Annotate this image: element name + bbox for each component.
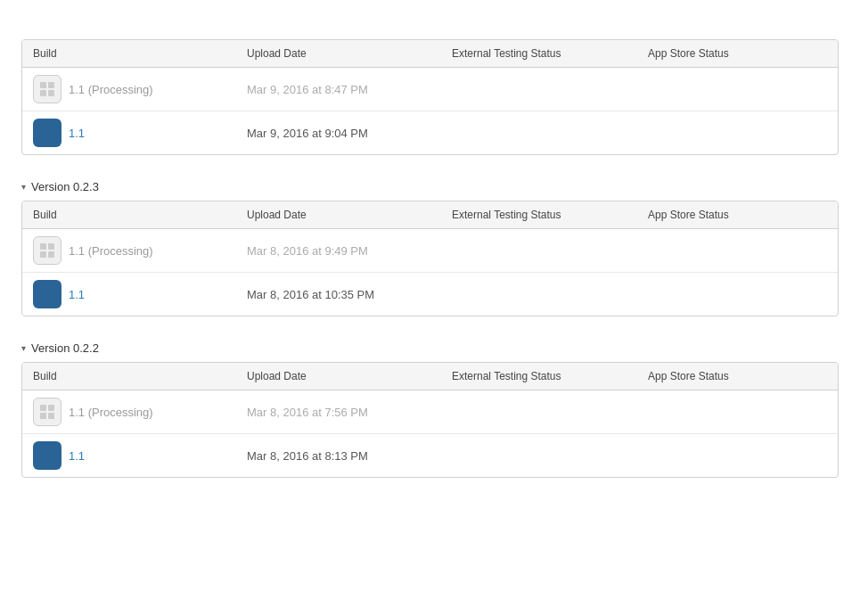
app-icon xyxy=(33,398,61,426)
app-icon xyxy=(33,280,61,308)
external-testing-status xyxy=(441,111,637,155)
col-header-build: Build xyxy=(22,201,236,229)
app-icon xyxy=(33,441,61,470)
table-row: 1.1 (Processing)Mar 8, 2016 at 9:49 PM xyxy=(22,229,838,273)
svg-rect-8 xyxy=(40,405,46,411)
svg-rect-6 xyxy=(40,251,46,258)
table-wrap-version-0.2.3: BuildUpload DateExternal Testing StatusA… xyxy=(21,201,839,316)
section-version-0.2.3: ▾ Version 0.2.3BuildUpload DateExternal … xyxy=(21,180,839,316)
section-version-0.2.2: ▾ Version 0.2.2BuildUpload DateExternal … xyxy=(21,341,839,478)
svg-rect-0 xyxy=(40,82,46,88)
app-icon xyxy=(33,119,61,147)
build-number: 1.1 (Processing) xyxy=(69,83,153,96)
build-number: 1.1 (Processing) xyxy=(69,244,153,258)
svg-rect-5 xyxy=(48,243,54,250)
col-header-upload-date: Upload Date xyxy=(236,201,441,229)
section-no-version: BuildUpload DateExternal Testing StatusA… xyxy=(21,39,839,155)
col-header-app-store-status: App Store Status xyxy=(637,40,838,68)
app-store-status xyxy=(637,434,838,478)
build-number: 1.1 (Processing) xyxy=(69,406,153,419)
upload-date: Mar 9, 2016 at 9:04 PM xyxy=(236,111,441,155)
app-store-status xyxy=(637,273,838,316)
upload-date: Mar 8, 2016 at 10:35 PM xyxy=(236,273,441,316)
app-store-status xyxy=(637,229,838,273)
app-icon xyxy=(33,236,61,265)
svg-rect-9 xyxy=(48,405,54,411)
table-row: 1.1Mar 8, 2016 at 8:13 PM xyxy=(22,434,838,478)
external-testing-status xyxy=(441,229,637,273)
col-header-external-testing-status: External Testing Status xyxy=(441,201,637,229)
svg-rect-1 xyxy=(48,82,54,88)
col-header-app-store-status: App Store Status xyxy=(637,201,838,229)
external-testing-status xyxy=(441,434,637,478)
section-header-version-0.2.3[interactable]: ▾ Version 0.2.3 xyxy=(21,180,839,193)
app-store-status xyxy=(637,390,838,434)
external-testing-status xyxy=(441,68,637,111)
table-wrap-no-version: BuildUpload DateExternal Testing StatusA… xyxy=(21,39,839,155)
external-testing-status xyxy=(441,273,637,316)
build-number-link[interactable]: 1.1 xyxy=(69,449,85,463)
upload-date: Mar 9, 2016 at 8:47 PM xyxy=(236,68,441,111)
external-testing-status xyxy=(441,390,637,434)
col-header-external-testing-status: External Testing Status xyxy=(441,363,637,390)
upload-date: Mar 8, 2016 at 7:56 PM xyxy=(236,390,441,434)
svg-rect-3 xyxy=(48,90,54,96)
app-store-status xyxy=(637,111,838,155)
section-title: Version 0.2.2 xyxy=(31,341,99,355)
col-header-app-store-status: App Store Status xyxy=(637,363,838,390)
svg-rect-4 xyxy=(40,243,46,250)
app-store-status xyxy=(637,68,838,111)
build-number-link[interactable]: 1.1 xyxy=(69,288,85,301)
col-header-upload-date: Upload Date xyxy=(236,363,441,390)
build-number-link[interactable]: 1.1 xyxy=(69,127,85,140)
section-title: Version 0.2.3 xyxy=(31,180,99,193)
col-header-upload-date: Upload Date xyxy=(236,40,441,68)
col-header-build: Build xyxy=(22,363,236,390)
svg-rect-7 xyxy=(48,251,54,258)
col-header-build: Build xyxy=(22,40,236,68)
upload-date: Mar 8, 2016 at 8:13 PM xyxy=(236,434,441,478)
upload-date: Mar 8, 2016 at 9:49 PM xyxy=(236,229,441,273)
col-header-external-testing-status: External Testing Status xyxy=(441,40,637,68)
table-row: 1.1 (Processing)Mar 8, 2016 at 7:56 PM xyxy=(22,390,838,434)
chevron-down-icon: ▾ xyxy=(21,343,26,353)
svg-rect-2 xyxy=(40,90,46,96)
table-row: 1.1 (Processing)Mar 9, 2016 at 8:47 PM xyxy=(22,68,838,111)
table-row: 1.1Mar 8, 2016 at 10:35 PM xyxy=(22,273,838,316)
chevron-down-icon: ▾ xyxy=(21,182,26,192)
table-wrap-version-0.2.2: BuildUpload DateExternal Testing StatusA… xyxy=(21,362,839,478)
svg-rect-10 xyxy=(40,413,46,419)
svg-rect-11 xyxy=(48,413,54,419)
table-row: 1.1Mar 9, 2016 at 9:04 PM xyxy=(22,111,838,155)
section-header-version-0.2.2[interactable]: ▾ Version 0.2.2 xyxy=(21,341,839,355)
app-icon xyxy=(33,75,61,103)
